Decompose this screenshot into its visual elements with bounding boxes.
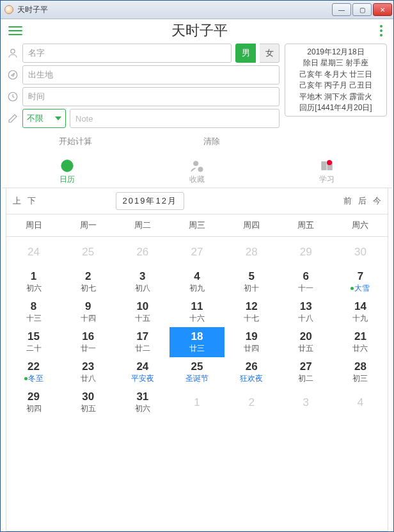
cell-day: 4: [194, 271, 200, 282]
cell-day: 14: [354, 301, 366, 312]
calendar-cell[interactable]: 6十一: [279, 267, 333, 297]
calendar-cell[interactable]: 4: [333, 387, 388, 417]
calendar-cell[interactable]: 14十九: [333, 297, 388, 327]
calendar-cell[interactable]: 23廿八: [61, 357, 115, 387]
calendar-cell[interactable]: 7大雪: [333, 267, 388, 297]
cell-sub: 十八: [298, 313, 313, 324]
calendar-cell[interactable]: 26: [115, 237, 169, 267]
cell-sub: 十五: [135, 313, 150, 324]
limit-select[interactable]: 不限: [22, 109, 66, 128]
calendar-cell[interactable]: 25圣诞节: [169, 357, 224, 387]
month-selector[interactable]: 2019年12月: [116, 192, 184, 210]
calendar-cell[interactable]: 8十三: [6, 297, 61, 327]
calendar-cell[interactable]: 1初六: [6, 267, 61, 297]
calendar-cell[interactable]: 13十八: [279, 297, 333, 327]
svg-point-0: [11, 49, 15, 53]
tab-favorites[interactable]: 收藏: [132, 155, 262, 188]
calendar-cell[interactable]: 11十六: [169, 297, 224, 327]
calendar-cell[interactable]: 28初三: [333, 357, 388, 387]
calendar-cell[interactable]: 17廿二: [115, 327, 169, 357]
weekday-label: 周六: [333, 214, 388, 236]
calendar-cell[interactable]: 21廿六: [333, 327, 388, 357]
cell-day: 13: [300, 301, 312, 312]
edit-icon: [7, 113, 19, 124]
tab-label: 日历: [59, 174, 75, 185]
calendar-cell[interactable]: 24平安夜: [115, 357, 169, 387]
calendar-cell[interactable]: 27: [169, 237, 224, 267]
nav-today[interactable]: 今: [373, 195, 381, 207]
calendar-cell[interactable]: 29初四: [6, 387, 61, 417]
calendar-cell[interactable]: 12十七: [225, 297, 279, 327]
gender-male-button[interactable]: 男: [235, 44, 256, 63]
cell-sub: 十九: [352, 313, 368, 324]
calendar-cell[interactable]: 27初二: [279, 357, 333, 387]
cell-day: 1: [194, 397, 200, 408]
gender-female-button[interactable]: 女: [260, 44, 280, 63]
calendar-cell[interactable]: 2: [225, 387, 279, 417]
calendar-cell[interactable]: 9十四: [61, 297, 115, 327]
cell-day: 17: [136, 331, 148, 342]
calendar-cell[interactable]: 16廿一: [61, 327, 115, 357]
cell-day: 3: [303, 397, 309, 408]
calendar-cell[interactable]: 18廿三: [169, 327, 224, 357]
calendar-cell[interactable]: 4初九: [169, 267, 224, 297]
maximize-button[interactable]: ▢: [352, 3, 372, 16]
calendar-cell[interactable]: 26狂欢夜: [225, 357, 279, 387]
notification-dot-icon: [327, 160, 332, 165]
nav-prev[interactable]: 前: [343, 195, 352, 207]
nav-next-page[interactable]: 下: [28, 195, 36, 207]
svg-point-4: [193, 161, 198, 166]
calendar-cell[interactable]: 20廿五: [279, 327, 333, 357]
calendar-cell[interactable]: 22冬至: [6, 357, 61, 387]
cell-sub: 初三: [352, 373, 368, 384]
cell-sub: 圣诞节: [185, 373, 209, 384]
calendar-cell[interactable]: 3初八: [115, 267, 169, 297]
tab-study[interactable]: 学习: [262, 155, 392, 188]
calendar-cell[interactable]: 24: [6, 237, 61, 267]
time-input[interactable]: 时间: [22, 87, 280, 106]
calendar-cell[interactable]: 5初十: [225, 267, 279, 297]
close-button[interactable]: ✕: [373, 3, 392, 16]
app-window: 天时子平 — ▢ ✕ 天时子平 名字 男 女 出生地: [0, 0, 394, 532]
cell-sub: 二十: [26, 343, 42, 354]
cell-day: 28: [354, 361, 366, 372]
cell-day: 8: [31, 301, 36, 312]
birthplace-input[interactable]: 出生地: [22, 65, 280, 85]
calendar-cell[interactable]: 3: [279, 387, 333, 417]
input-panel: 名字 男 女 出生地 时间 不限 Note 开始计: [2, 42, 392, 152]
nav-next[interactable]: 后: [358, 195, 366, 207]
calendar-cell[interactable]: 19廿四: [225, 327, 279, 357]
calendar-cell[interactable]: 2初七: [61, 267, 115, 297]
cell-day: 7: [358, 271, 363, 282]
calendar-cell[interactable]: 30: [333, 237, 388, 267]
calendar-cell[interactable]: 25: [61, 237, 115, 267]
tab-calendar[interactable]: 日历: [2, 155, 132, 188]
weekday-label: 周日: [6, 214, 61, 236]
calendar-cell[interactable]: 30初五: [61, 387, 115, 417]
overflow-menu-icon[interactable]: [377, 25, 386, 36]
calendar-cell[interactable]: 31初六: [115, 387, 169, 417]
note-input[interactable]: Note: [70, 109, 280, 128]
cell-day: 31: [136, 391, 148, 402]
calendar-cell[interactable]: 1: [169, 387, 224, 417]
menu-icon[interactable]: [8, 26, 22, 35]
cell-day: 1: [31, 271, 36, 282]
cell-day: 18: [191, 331, 203, 342]
app-header: 天时子平: [2, 19, 392, 42]
calendar-cell[interactable]: 29: [279, 237, 333, 267]
start-calc-button[interactable]: 开始计算: [7, 132, 143, 151]
info-line: 平地木 洞下水 霹雷火: [288, 92, 384, 102]
cell-sub: 廿五: [298, 343, 313, 354]
calendar-nav: 上 下 2019年12月 前 后 今: [6, 188, 388, 214]
nav-prev-page[interactable]: 上: [13, 195, 21, 207]
clear-button[interactable]: 清除: [143, 132, 280, 151]
cell-day: 30: [354, 246, 366, 257]
calendar-cell[interactable]: 10十五: [115, 297, 169, 327]
cell-sub: 初九: [189, 283, 205, 294]
cell-day: 10: [136, 301, 148, 312]
name-input[interactable]: 名字: [22, 44, 232, 63]
calendar-cell[interactable]: 28: [225, 237, 279, 267]
minimize-button[interactable]: —: [332, 3, 351, 16]
cell-sub: 十三: [26, 313, 42, 324]
calendar-cell[interactable]: 15二十: [6, 327, 61, 357]
